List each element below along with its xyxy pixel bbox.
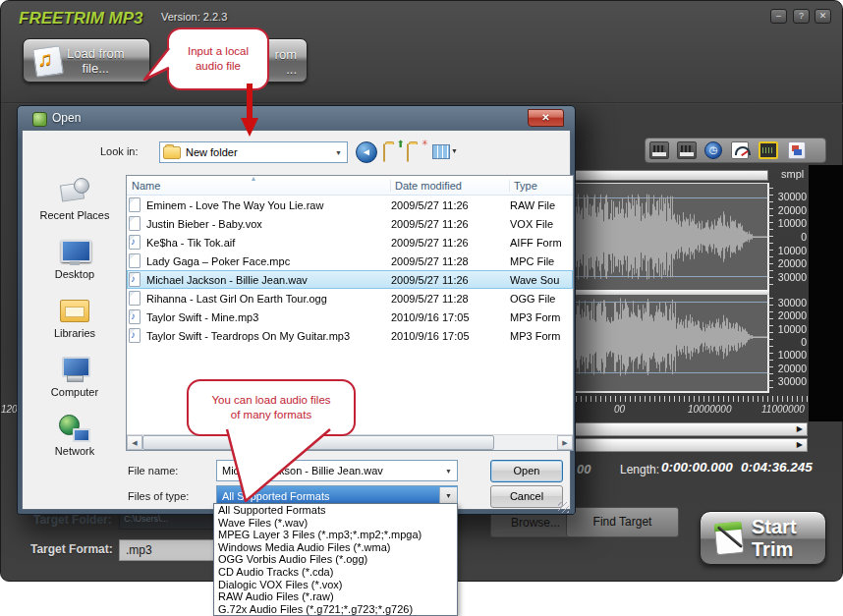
sidebar-place-item[interactable]: Network: [28, 413, 122, 472]
chevron-down-icon[interactable]: ▼: [440, 468, 457, 475]
open-dialog: Open ✕ Look in: New folder ▼ ◄ ⬆ ✳ ▼ Rec…: [17, 105, 576, 515]
place-icon: [58, 236, 91, 267]
export-file-icon[interactable]: [788, 141, 806, 159]
file-name-combobox[interactable]: Michael Jackson - Billie Jean.wav ▼: [216, 460, 458, 481]
open-dialog-icon: [32, 112, 47, 127]
resize-grip[interactable]: [558, 502, 569, 513]
dialog-content: Look in: New folder ▼ ◄ ⬆ ✳ ▼ Recent Pla…: [22, 130, 571, 510]
format-option[interactable]: Windows Media Audio Files (*.wma): [214, 541, 457, 554]
scale-tick-label: 10000: [775, 245, 807, 256]
target-format-field[interactable]: .mp3: [119, 539, 215, 561]
file-rows: Eminem - Love The Way You Lie.raw 2009/5…: [127, 196, 573, 345]
chevron-down-icon[interactable]: ▼: [330, 149, 347, 156]
views-menu-button[interactable]: ▼: [432, 144, 458, 159]
folder-icon: [383, 143, 385, 162]
chevron-down-icon: ▼: [451, 147, 458, 154]
trim-start-slider[interactable]: ▶: [566, 422, 808, 436]
find-target-button[interactable]: Find Target: [566, 507, 679, 537]
wave-stamp-icon-1[interactable]: [649, 141, 669, 159]
new-folder-button[interactable]: ✳: [407, 144, 426, 159]
horizontal-scrollbar[interactable]: ◀ ▶: [127, 434, 573, 450]
sidebar-place-item[interactable]: Recent Places: [28, 177, 122, 236]
scale-labels-top: 3000020000100000100002000030000: [775, 191, 807, 283]
place-label: Desktop: [28, 268, 122, 280]
format-option[interactable]: CD Audio Tracks (*.cda): [214, 566, 457, 579]
length-start-value: 0:00:00.000: [661, 460, 733, 475]
scale-tick-label: 20000: [775, 257, 807, 269]
look-in-combobox[interactable]: New folder ▼: [159, 141, 348, 163]
file-type-icon: [129, 291, 140, 306]
scroll-left-icon[interactable]: ◀: [127, 435, 142, 450]
file-type-icon: [129, 328, 140, 343]
file-row[interactable]: Ke$ha - Tik Tok.aif 2009/5/27 11:26 AIFF…: [127, 233, 573, 252]
gauge-icon[interactable]: [731, 141, 749, 159]
clock-icon[interactable]: ◷: [704, 141, 722, 159]
file-row[interactable]: Justin Bieber - Baby.vox 2009/5/27 11:26…: [127, 214, 573, 233]
file-type-icon: [129, 309, 140, 324]
position-bar[interactable]: [566, 170, 768, 181]
column-header-name[interactable]: Name: [127, 180, 391, 192]
places-sidebar: Recent Places Desktop Libraries Computer…: [28, 177, 122, 472]
scale-tick-label: 20000: [775, 363, 807, 374]
dialog-title: Open: [52, 111, 81, 125]
format-option[interactable]: G.72x Audio Files (*.g721;*.g723;*.g726): [214, 603, 457, 616]
dialog-close-button[interactable]: ✕: [528, 109, 564, 127]
file-date-cell: 2009/5/27 11:26: [391, 237, 510, 249]
timeline-tick-label: 10000000: [688, 404, 732, 415]
place-label: Recent Places: [28, 209, 122, 221]
file-type-cell: MP3 Form: [510, 330, 573, 342]
file-date-cell: 2010/9/16 17:05: [391, 330, 510, 342]
up-one-level-button[interactable]: ⬆: [383, 144, 403, 159]
format-option[interactable]: OGG Vorbis Audio Files (*.ogg): [214, 553, 457, 566]
list-header: Name Date modified Type ▴: [127, 176, 573, 196]
sidebar-place-item[interactable]: Libraries: [28, 295, 122, 354]
trim-end-slider[interactable]: ▶: [566, 438, 808, 452]
start-trim-button[interactable]: Start Trim: [700, 511, 826, 565]
file-name-label: File name:: [128, 465, 178, 476]
format-option[interactable]: RAW Audio Files (*.raw): [214, 590, 457, 603]
chevron-down-icon[interactable]: ▼: [439, 487, 457, 504]
scale-tick-label: 20000: [775, 309, 807, 321]
format-option[interactable]: All Supported Formats: [214, 504, 457, 517]
sidebar-place-item[interactable]: Computer: [28, 354, 122, 413]
file-row[interactable]: Lady Gaga – Poker Face.mpc 2009/5/27 11:…: [127, 252, 573, 270]
file-name-cell: Justin Bieber - Baby.vox: [146, 218, 391, 230]
amplitude-ruler-bottom: [768, 298, 773, 388]
column-header-date[interactable]: Date modified: [391, 180, 510, 192]
waveform-panel[interactable]: [566, 183, 769, 393]
folder-icon: [163, 146, 181, 159]
sidebar-place-item[interactable]: Desktop: [28, 236, 122, 295]
scale-tick-label: 10000: [775, 217, 807, 229]
format-option[interactable]: MPEG Layer 3 Files (*.mp3;*.mp2;*.mpga): [214, 529, 457, 541]
scrollbar-thumb[interactable]: [142, 435, 494, 450]
waveform-channel-right[interactable]: [566, 290, 767, 384]
column-header-type[interactable]: Type: [510, 180, 573, 192]
timeline-ticks: [566, 396, 808, 402]
open-button[interactable]: Open: [490, 460, 563, 482]
file-date-cell: 2009/5/27 11:28: [391, 293, 510, 305]
file-row[interactable]: Eminem - Love The Way You Lie.raw 2009/5…: [127, 196, 573, 214]
close-button[interactable]: ✕: [815, 9, 831, 24]
file-type-cell: RAW File: [510, 199, 573, 211]
back-button[interactable]: ◄: [356, 141, 377, 163]
format-option[interactable]: Wave Files (*.wav): [214, 517, 457, 530]
waveform-channel-left[interactable]: [566, 184, 767, 290]
cancel-button[interactable]: Cancel: [490, 485, 563, 508]
file-row[interactable]: Rihanna - Last Girl On Earth Tour.ogg 20…: [127, 289, 573, 308]
file-type-cell: AIFF Form: [510, 237, 573, 249]
minimize-button[interactable]: –: [770, 9, 787, 24]
help-button[interactable]: ?: [793, 9, 810, 24]
slider-right-arrow-icon[interactable]: ▶: [797, 424, 803, 433]
scroll-right-icon[interactable]: ▶: [557, 435, 573, 450]
wave-stamp-icon-2[interactable]: [677, 141, 697, 159]
scrollbar-track[interactable]: [494, 435, 557, 450]
slider-right-arrow-icon[interactable]: ▶: [797, 440, 803, 449]
format-option[interactable]: Dialogic VOX Files (*.vox): [214, 579, 457, 591]
waveform-view-icon[interactable]: [759, 141, 778, 159]
load-from-file-button[interactable]: ♫ Load from file...: [23, 38, 150, 83]
timeline-tick-label: 00: [614, 404, 625, 415]
file-row[interactable]: Taylor Swift - Mine.mp3 2010/9/16 17:05 …: [127, 308, 573, 326]
file-row[interactable]: Michael Jackson - Billie Jean.wav 2009/5…: [127, 270, 573, 289]
file-type-icon: [129, 197, 140, 212]
file-row[interactable]: Taylor Swift - Teardrops On My Guitar.mp…: [127, 326, 573, 345]
